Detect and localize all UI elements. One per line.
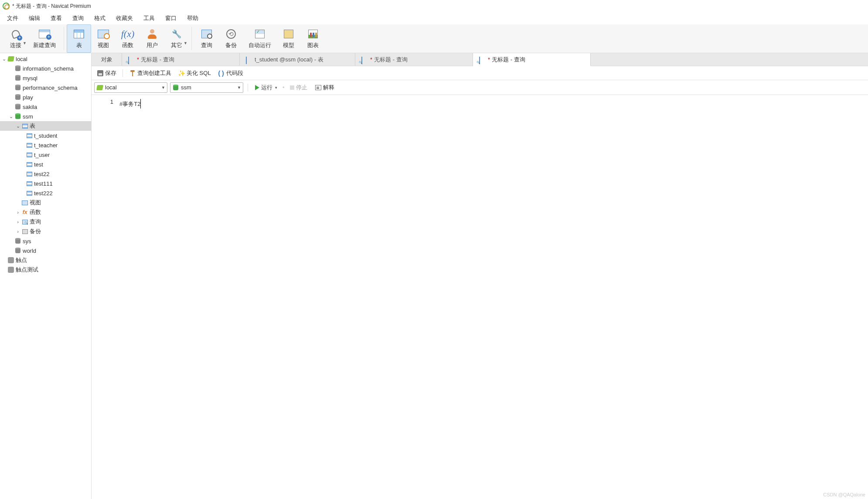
tool-function[interactable]: f(x) 函数	[116, 24, 140, 53]
connection-combo[interactable]: local ▼	[94, 82, 167, 93]
connection-tree[interactable]: ⌄ local ·information_schema ·mysql ·perf…	[0, 53, 92, 499]
tree-extra[interactable]: ·触点	[0, 255, 91, 265]
tree-table[interactable]: test22	[0, 169, 91, 179]
tool-query[interactable]: 查询	[194, 24, 219, 53]
separator	[64, 27, 64, 50]
line-number: 1	[92, 98, 113, 105]
tree-table[interactable]: test	[0, 160, 91, 169]
query-icon	[22, 220, 28, 224]
plug-icon	[10, 28, 21, 40]
tool-model[interactable]: 模型	[276, 24, 301, 53]
tree-db[interactable]: ·play	[0, 92, 91, 102]
tool-user[interactable]: 用户	[140, 24, 164, 53]
caret-down-icon[interactable]: ⌄	[8, 114, 14, 119]
dropdown-arrow-icon[interactable]: ▼	[184, 41, 187, 45]
separator	[123, 69, 123, 77]
tool-view[interactable]: 视图	[91, 24, 116, 53]
autorun-icon	[255, 30, 265, 38]
dropdown-arrow-icon[interactable]: ▼	[23, 41, 27, 45]
tree-folder-backups[interactable]: ›备份	[0, 227, 91, 236]
tree-table[interactable]: t_teacher	[0, 140, 91, 150]
database-icon	[173, 85, 178, 90]
table-icon	[27, 181, 32, 186]
tool-backup[interactable]: ⟲ 备份	[219, 24, 243, 53]
watermark: CSDN @QAQalone	[823, 492, 865, 497]
tree-db[interactable]: ·mysql	[0, 73, 91, 83]
tree-table[interactable]: test222	[0, 188, 91, 198]
document-tabs: 对象 * 无标题 - 查询 t_student @ssm (local) - 表…	[92, 53, 868, 66]
tool-connect[interactable]: 连接 ▼	[3, 24, 28, 53]
view-icon	[22, 200, 28, 205]
tree-folder-functions[interactable]: ›fx函数	[0, 207, 91, 217]
chevron-down-icon: ▼	[237, 85, 241, 90]
explain-button[interactable]: 解释	[313, 82, 337, 93]
menu-file[interactable]: 文件	[2, 13, 24, 24]
database-icon	[15, 85, 20, 90]
tab-query-3[interactable]: * 无标题 - 查询	[473, 53, 591, 66]
beautify-button[interactable]: ✨ 美化 SQL	[176, 68, 214, 78]
connection-icon	[96, 85, 103, 90]
menu-window[interactable]: 窗口	[160, 13, 182, 24]
tree-folder-views[interactable]: ·视图	[0, 198, 91, 207]
chart-icon	[308, 30, 318, 38]
tab-table[interactable]: t_student @ssm (local) - 表	[240, 53, 355, 66]
tree-db[interactable]: ·sys	[0, 236, 91, 246]
tree-extra[interactable]: ·触点测试	[0, 265, 91, 275]
window-title: * 无标题 - 查询 - Navicat Premium	[12, 3, 91, 10]
table-icon	[22, 124, 28, 129]
menu-view[interactable]: 查看	[45, 13, 67, 24]
snippet-button[interactable]: ( ) 代码段	[215, 68, 246, 78]
tab-objects[interactable]: 对象	[92, 53, 122, 66]
caret-down-icon[interactable]: ⌄	[1, 56, 7, 62]
tool-chart[interactable]: 图表	[301, 24, 325, 53]
wand-icon: ✨	[178, 70, 185, 76]
function-icon: fx	[23, 209, 27, 215]
menu-help[interactable]: 帮助	[182, 13, 204, 24]
stop-button: 停止	[287, 82, 310, 93]
table-icon	[27, 162, 32, 167]
save-button[interactable]: 保存	[94, 68, 119, 78]
tool-other[interactable]: 其它 ▼	[164, 24, 189, 53]
caret-right-icon[interactable]: ›	[15, 229, 21, 234]
caret-down-icon[interactable]: ⌄	[15, 123, 21, 129]
tree-db[interactable]: ·performance_schema	[0, 83, 91, 92]
tab-query-1[interactable]: * 无标题 - 查询	[122, 53, 240, 66]
tree-db[interactable]: ·information_schema	[0, 64, 91, 73]
chevron-down-icon[interactable]: ▾	[275, 85, 277, 90]
sql-editor[interactable]: 1 #事务T2	[92, 95, 868, 499]
menu-fav[interactable]: 收藏夹	[111, 13, 138, 24]
menu-format[interactable]: 格式	[89, 13, 111, 24]
tool-new-query[interactable]: 新建查询	[28, 24, 61, 53]
database-combo[interactable]: ssm ▼	[170, 82, 243, 93]
code-area[interactable]: #事务T2	[117, 95, 868, 499]
stop-icon	[290, 85, 294, 90]
tree-db[interactable]: ·sakila	[0, 102, 91, 112]
tree-folder-tables[interactable]: ⌄表	[0, 121, 91, 131]
menu-tools[interactable]: 工具	[138, 13, 160, 24]
run-button[interactable]: 运行 ▾	[252, 82, 280, 93]
tree-db-open[interactable]: ⌄ssm	[0, 112, 91, 121]
chevron-down-icon: ▼	[161, 85, 165, 90]
caret-right-icon[interactable]: ›	[15, 219, 21, 224]
tree-table[interactable]: test111	[0, 179, 91, 188]
tree-table[interactable]: t_user	[0, 150, 91, 160]
menu-edit[interactable]: 编辑	[24, 13, 45, 24]
menu-query[interactable]: 查询	[67, 13, 89, 24]
play-icon	[255, 85, 259, 90]
table-icon	[27, 172, 32, 177]
caret-right-icon[interactable]: ›	[15, 210, 21, 215]
tree-folder-queries[interactable]: ›查询	[0, 217, 91, 227]
tab-query-2[interactable]: * 无标题 - 查询	[355, 53, 473, 66]
modified-indicator: *	[370, 56, 372, 63]
text-cursor	[140, 99, 141, 109]
tree-db[interactable]: ·world	[0, 246, 91, 255]
tree-table[interactable]: t_student	[0, 131, 91, 140]
tree-connection[interactable]: ⌄ local	[0, 54, 91, 64]
database-icon	[15, 104, 20, 109]
tool-autorun[interactable]: 自动运行	[243, 24, 276, 53]
table-tab-icon	[246, 57, 247, 64]
query-builder-button[interactable]: 查询创建工具	[126, 68, 174, 78]
backup-icon	[22, 229, 28, 234]
view-icon	[98, 30, 109, 38]
tool-table[interactable]: 表	[67, 24, 91, 53]
